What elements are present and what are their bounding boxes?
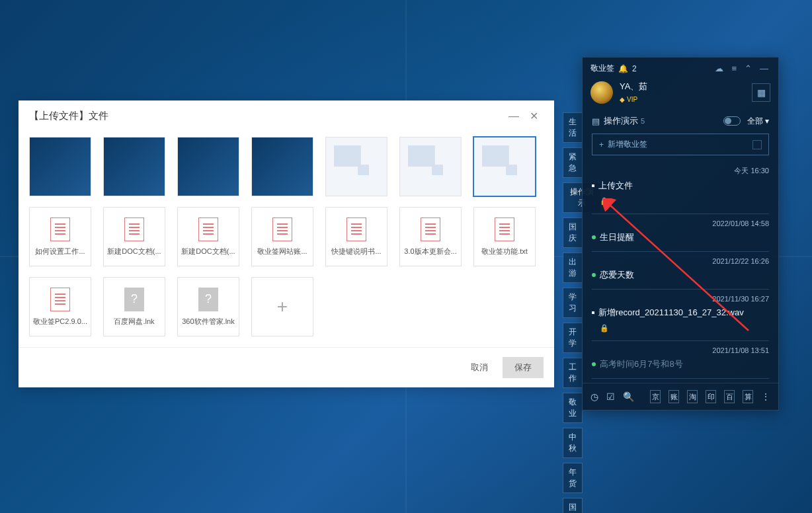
note-item[interactable]: 今天 16:30 上传文件 🔒 bbox=[592, 161, 769, 214]
note-time: 2021/11/08 13:51 bbox=[592, 346, 769, 354]
shortcut-tb[interactable]: 淘 bbox=[687, 390, 698, 403]
file-add-new[interactable]: + bbox=[251, 277, 313, 336]
file-thumb-3[interactable] bbox=[177, 137, 239, 196]
collapse-icon[interactable]: ⌃ bbox=[743, 63, 754, 73]
unknown-file-icon: ? bbox=[124, 288, 144, 311]
tag-work[interactable]: 工作 bbox=[563, 358, 583, 388]
file-thumb-7[interactable] bbox=[473, 137, 536, 196]
tag-urgent[interactable]: 紧急 bbox=[563, 147, 583, 178]
note-title: 生日提醒 bbox=[592, 231, 769, 243]
tag-jy[interactable]: 敬业 bbox=[563, 393, 583, 423]
document-icon bbox=[421, 217, 440, 241]
notes-panel: 敬业签 🔔 2 ☁ ≡ ⌃ — YA、茹 ◆VIP ▦ ▤ 操作演示 5 全部▾… bbox=[582, 57, 779, 411]
file-label: 如何设置工作... bbox=[32, 247, 88, 256]
file-label: 敬业签功能.txt bbox=[477, 247, 532, 256]
shortcut-baidu[interactable]: 百 bbox=[724, 390, 735, 403]
search-icon[interactable]: 🔍 bbox=[623, 391, 634, 402]
file-label: 新建DOC文档(... bbox=[106, 247, 162, 256]
file-thumb-2[interactable] bbox=[103, 137, 165, 196]
cancel-button[interactable]: 取消 bbox=[464, 358, 495, 377]
cloud-sync-icon[interactable]: ☁ bbox=[713, 63, 725, 73]
tag-life[interactable]: 生活 bbox=[563, 112, 583, 143]
file-doc-4[interactable]: 敬业签网站账... bbox=[251, 207, 313, 266]
document-icon bbox=[198, 217, 218, 241]
file-doc-7[interactable]: 敬业签功能.txt bbox=[473, 207, 536, 266]
tag-mid[interactable]: 中秋 bbox=[563, 428, 583, 458]
file-lnk-1[interactable]: ?百度网盘.lnk bbox=[103, 277, 165, 336]
note-time: 2022/01/08 14:58 bbox=[592, 219, 769, 227]
file-label: 敬业签PC2.9.0... bbox=[32, 317, 88, 327]
avatar[interactable] bbox=[590, 81, 613, 104]
note-title: 高考时间6月7号和8号 bbox=[592, 358, 769, 370]
note-item[interactable]: 2022/01/08 14:58 生日提醒 bbox=[592, 214, 769, 252]
plus-icon: + bbox=[599, 140, 604, 149]
upload-dialog: 【上传文件】文件 — ✕ 如何设置工作... 新建DOC文档(... 新建DOC… bbox=[19, 100, 554, 387]
note-item[interactable]: 2021/11/08 13:51 高考时间6月7号和8号 bbox=[592, 341, 769, 379]
file-doc-5[interactable]: 快捷键说明书... bbox=[325, 207, 387, 266]
file-label: 快捷键说明书... bbox=[329, 247, 384, 256]
file-doc-3[interactable]: 新建DOC文档(... bbox=[177, 207, 239, 266]
bell-icon[interactable]: 🔔 bbox=[618, 64, 628, 73]
note-title: 上传文件 bbox=[592, 180, 769, 192]
lock-icon: 🔒 bbox=[600, 197, 769, 206]
note-item[interactable]: 2021/12/22 16:26 恋爱天数 bbox=[592, 252, 769, 290]
filter-dropdown[interactable]: 全部▾ bbox=[747, 116, 769, 127]
file-label: 新建DOC文档(... bbox=[181, 247, 236, 256]
file-doc-6[interactable]: 3.0版本更新会... bbox=[399, 207, 462, 266]
vip-badge: ◆VIP bbox=[620, 96, 637, 103]
shortcut-calc[interactable]: 算 bbox=[743, 390, 753, 403]
document-icon bbox=[50, 217, 70, 241]
note-time: 2021/12/22 16:26 bbox=[592, 257, 769, 265]
toggle-switch[interactable] bbox=[723, 116, 741, 126]
file-thumb-1[interactable] bbox=[29, 137, 91, 196]
calendar-icon[interactable]: ▦ bbox=[752, 83, 770, 102]
lock-icon: 🔒 bbox=[600, 324, 769, 333]
bullet-icon bbox=[592, 184, 594, 187]
dialog-titlebar: 【上传文件】文件 — ✕ bbox=[19, 100, 554, 132]
shortcut-acct[interactable]: 账 bbox=[669, 390, 679, 403]
add-placeholder: 新增敬业签 bbox=[608, 139, 647, 150]
user-row: YA、茹 ◆VIP ▦ bbox=[583, 78, 778, 111]
file-thumb-4[interactable] bbox=[251, 137, 313, 196]
minimize-button[interactable]: — bbox=[504, 110, 524, 122]
tag-school[interactable]: 开学 bbox=[563, 323, 583, 353]
status-dot-icon bbox=[592, 235, 596, 239]
note-title: 恋爱天数 bbox=[592, 269, 769, 281]
add-note-input[interactable]: + 新增敬业签 bbox=[592, 134, 769, 155]
tag-national2[interactable]: 国庆 bbox=[563, 498, 583, 513]
menu-icon[interactable]: ≡ bbox=[729, 63, 739, 73]
file-thumb-6[interactable] bbox=[399, 137, 462, 196]
status-dot-icon bbox=[592, 362, 596, 366]
close-button[interactable]: ✕ bbox=[524, 110, 544, 122]
file-label: 360软件管家.lnk bbox=[181, 317, 236, 327]
file-lnk-2[interactable]: ?360软件管家.lnk bbox=[177, 277, 239, 336]
category-count: 5 bbox=[641, 117, 645, 125]
file-doc-1[interactable]: 如何设置工作... bbox=[29, 207, 91, 266]
tag-travel[interactable]: 出游 bbox=[563, 253, 583, 283]
shortcut-jd[interactable]: 京 bbox=[650, 390, 661, 403]
save-button[interactable]: 保存 bbox=[503, 357, 544, 378]
tag-study[interactable]: 学习 bbox=[563, 288, 583, 318]
status-dot-icon bbox=[592, 273, 596, 277]
file-doc-2[interactable]: 新建DOC文档(... bbox=[103, 207, 165, 266]
more-icon[interactable]: ⋮ bbox=[761, 391, 770, 402]
clock-icon[interactable]: ◷ bbox=[590, 391, 598, 402]
unknown-file-icon: ? bbox=[198, 288, 218, 311]
note-time: 今天 16:30 bbox=[592, 166, 769, 176]
checkbox-icon[interactable]: ☑ bbox=[606, 391, 615, 402]
chevron-down-icon: ▾ bbox=[765, 116, 769, 126]
file-thumb-5[interactable] bbox=[325, 137, 387, 196]
note-item[interactable]: 2021/11/30 16:27 新增record_20211130_16_27… bbox=[592, 290, 769, 341]
current-category[interactable]: 操作演示 bbox=[604, 115, 638, 127]
file-doc-8[interactable]: 敬业签PC2.9.0... bbox=[29, 277, 91, 336]
panel-minimize-icon[interactable]: — bbox=[758, 63, 770, 73]
file-grid: 如何设置工作... 新建DOC文档(... 新建DOC文档(... 敬业签网站账… bbox=[19, 132, 554, 347]
tag-national[interactable]: 国庆 bbox=[563, 217, 583, 248]
expand-icon[interactable] bbox=[752, 140, 762, 149]
panel-footer: ◷ ☑ 🔍 京 账 淘 印 百 算 ⋮ bbox=[583, 383, 778, 410]
dialog-title: 【上传文件】文件 bbox=[29, 110, 504, 122]
shortcut-print[interactable]: 印 bbox=[706, 390, 716, 403]
user-name: YA、茹 bbox=[620, 81, 745, 93]
tag-year[interactable]: 年货 bbox=[563, 463, 583, 493]
file-label: 敬业签网站账... bbox=[255, 247, 310, 256]
